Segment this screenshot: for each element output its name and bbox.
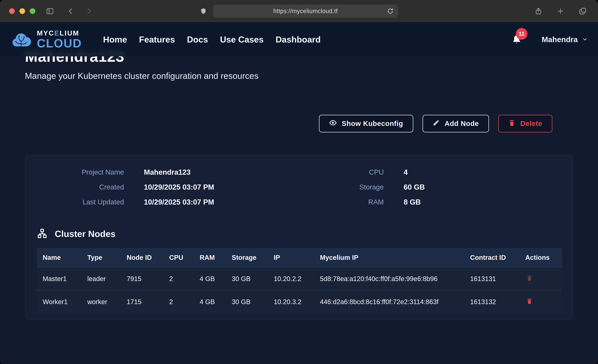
cpu-label: CPU (272, 168, 384, 176)
cluster-nodes-header: Cluster Nodes (37, 228, 562, 240)
delete-node-button[interactable] (525, 273, 534, 283)
storage-label: Storage (272, 183, 384, 191)
cell-actions (520, 290, 562, 313)
col-cpu: CPU (164, 248, 194, 267)
col-contract-id: Contract ID (464, 248, 519, 267)
trash-icon (508, 119, 515, 128)
ram-label: RAM (272, 198, 384, 206)
bell-icon (512, 43, 522, 45)
cell-cpu: 2 (164, 267, 194, 290)
forward-icon[interactable] (85, 7, 92, 15)
nav-item-use-cases[interactable]: Use Cases (220, 34, 264, 44)
cluster-actions: Show Kubeconfig Add Node Delete (25, 115, 573, 132)
cpu-value: 4 (384, 168, 562, 176)
col-ip: IP (268, 248, 314, 267)
delete-cluster-button[interactable]: Delete (498, 115, 552, 132)
cell-node-id: 7915 (121, 267, 163, 290)
eye-icon (329, 119, 337, 128)
cell-actions (520, 267, 562, 290)
brand-logo[interactable]: MYCELIUM CLOUD (10, 30, 82, 49)
cell-cpu: 2 (164, 290, 194, 313)
nav-links: Home Features Docs Use Cases Dashboard (103, 34, 321, 44)
col-storage: Storage (226, 248, 268, 267)
cell-ip: 10.20.2.2 (268, 267, 314, 290)
sidebar-toggle-icon[interactable] (46, 7, 54, 15)
col-type: Type (82, 248, 121, 267)
cell-name: Worker1 (37, 290, 82, 313)
traffic-lights (9, 8, 35, 14)
user-name: Mahendra (542, 35, 578, 44)
cell-type: worker (82, 290, 121, 313)
cluster-nodes-table: Name Type Node ID CPU RAM Storage IP Myc… (37, 248, 562, 313)
cell-storage: 30 GB (226, 290, 268, 313)
brand-name: MYCELIUM CLOUD (37, 30, 82, 49)
nav-item-home[interactable]: Home (103, 34, 127, 44)
project-name-value: Mahendra123 (124, 168, 272, 176)
cluster-details-panel: Project Name Mahendra123 CPU 4 Created 1… (25, 155, 573, 320)
show-kubeconfig-button[interactable]: Show Kubeconfig (319, 115, 413, 132)
cloud-logo-icon (10, 31, 33, 48)
chevron-down-icon (582, 35, 588, 44)
col-mycelium-ip: Mycelium IP (314, 248, 464, 267)
cell-ip: 10.20.3.2 (268, 290, 314, 313)
page-subtitle: Manage your Kubernetes cluster configura… (25, 71, 573, 81)
col-actions: Actions (520, 248, 562, 267)
trash-icon (526, 297, 533, 305)
zoom-window-button[interactable] (30, 8, 35, 14)
project-name-label: Project Name (37, 168, 124, 176)
cell-type: leader (82, 267, 121, 290)
col-node-id: Node ID (121, 248, 163, 267)
last-updated-value: 10/29/2025 03:07 PM (124, 198, 272, 206)
nav-item-features[interactable]: Features (139, 34, 175, 44)
storage-value: 60 GB (384, 183, 562, 191)
minimize-window-button[interactable] (19, 8, 25, 14)
cell-ram: 4 GB (194, 290, 226, 313)
site-navbar: MYCELIUM CLOUD Home Features Docs Use Ca… (0, 22, 598, 56)
close-window-button[interactable] (9, 8, 15, 14)
tab-overview-icon[interactable] (579, 7, 587, 15)
add-node-button[interactable]: Add Node (423, 115, 489, 132)
cell-ram: 4 GB (194, 267, 226, 290)
url-text: https://myceliumcloud.tf (273, 8, 338, 15)
table-header-row: Name Type Node ID CPU RAM Storage IP Myc… (37, 248, 562, 267)
table-row: Worker1 worker 1715 2 4 GB 30 GB 10.20.3… (37, 290, 562, 313)
cluster-info-grid: Project Name Mahendra123 CPU 4 Created 1… (37, 168, 562, 206)
cell-mycelium-ip: 446:d2a6:8bcd:8c16:ff0f:72e2:3114:863f (314, 290, 464, 313)
pencil-icon (433, 119, 440, 128)
page: MYCELIUM CLOUD Home Features Docs Use Ca… (0, 22, 598, 364)
cluster-nodes-title: Cluster Nodes (55, 229, 116, 239)
back-icon[interactable] (67, 7, 74, 15)
share-icon[interactable] (534, 7, 542, 16)
privacy-shield-icon[interactable] (200, 7, 207, 15)
created-label: Created (37, 183, 124, 191)
cell-name: Master1 (37, 267, 82, 290)
new-tab-icon[interactable] (557, 7, 564, 15)
network-nodes-icon (37, 228, 48, 240)
notification-badge: 11 (516, 28, 527, 40)
ram-value: 8 GB (384, 198, 562, 206)
browser-chrome: https://myceliumcloud.tf (0, 0, 598, 22)
nav-item-docs[interactable]: Docs (187, 34, 208, 44)
cell-node-id: 1715 (121, 290, 163, 313)
nav-item-dashboard[interactable]: Dashboard (275, 34, 321, 44)
delete-node-button[interactable] (525, 296, 534, 306)
address-bar[interactable]: https://myceliumcloud.tf (213, 5, 398, 17)
trash-icon (526, 274, 533, 282)
cell-storage: 30 GB (226, 267, 268, 290)
reload-icon[interactable] (387, 8, 394, 15)
col-name: Name (37, 248, 82, 267)
col-ram: RAM (194, 248, 226, 267)
cell-contract-id: 1613131 (464, 267, 519, 290)
cell-mycelium-ip: 5d8:78ea:a120:f40c:ff0f:a5fe:99e6:8b96 (314, 267, 464, 290)
notifications-button[interactable]: 11 (512, 34, 522, 45)
user-menu[interactable]: Mahendra (542, 35, 588, 44)
cell-contract-id: 1613132 (464, 290, 519, 313)
last-updated-label: Last Updated (37, 198, 124, 206)
created-value: 10/29/2025 03:07 PM (124, 183, 272, 191)
browser-window: https://myceliumcloud.tf (0, 0, 598, 364)
table-row: Master1 leader 7915 2 4 GB 30 GB 10.20.2… (37, 267, 562, 290)
